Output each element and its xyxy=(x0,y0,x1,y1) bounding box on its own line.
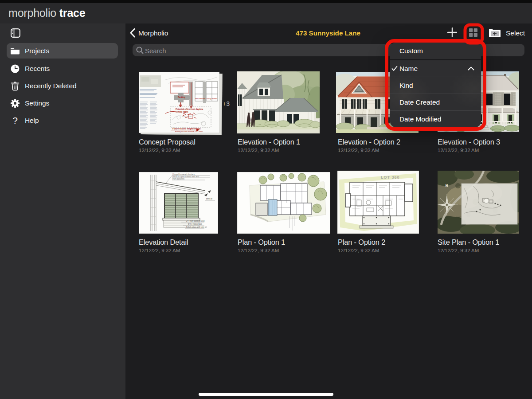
svg-text:Residential 2 story homes: Residential 2 story homes xyxy=(196,98,218,100)
svg-text:front columns: front columns xyxy=(172,178,185,180)
svg-text:LOT 360: LOT 360 xyxy=(381,175,400,180)
svg-text:N: N xyxy=(446,184,448,187)
svg-text:Parking: Parking xyxy=(178,96,185,98)
svg-text:Hinged louvered shutters: Hinged louvered shutters xyxy=(172,173,195,176)
svg-text:Future road to neighborhood: Future road to neighborhood xyxy=(172,128,200,130)
svg-text:vehicle lights: vehicle lights xyxy=(176,111,188,113)
svg-text:Existing two-lane road from 20: Existing two-lane road from 2014 aerial xyxy=(175,131,203,133)
svg-text:5/4 x ripped cap: 5/4 x ripped cap xyxy=(188,223,203,225)
svg-text:trim of: trim of xyxy=(206,197,213,200)
svg-text:Potential office-front daytime: Potential office-front daytime xyxy=(176,108,203,110)
svg-text:5/4x4 stiles and rails w/: 5/4x4 stiles and rails w/ xyxy=(186,226,207,228)
svg-text:24" high capped wall: 24" high capped wall xyxy=(186,220,204,222)
